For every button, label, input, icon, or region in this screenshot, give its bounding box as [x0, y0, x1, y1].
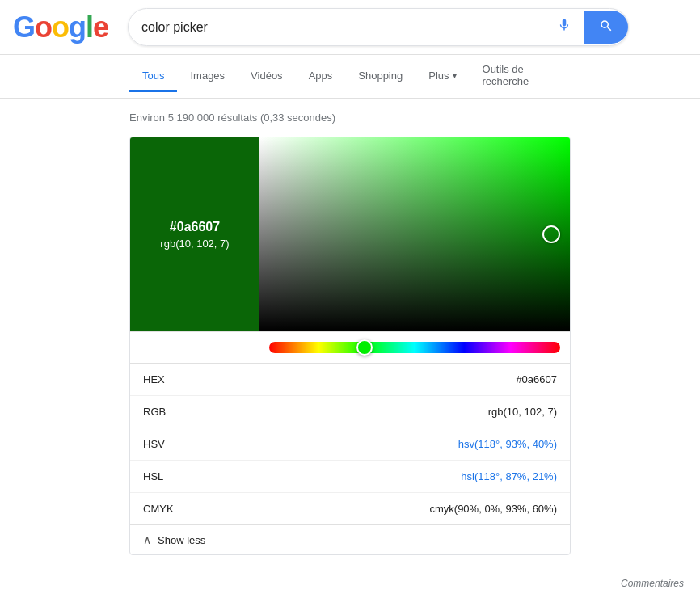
results-count: Environ 5 190 000 résultats (0,33 second… [129, 105, 571, 137]
hue-slider-track[interactable] [269, 342, 560, 353]
show-less-arrow-icon: ∧ [143, 533, 151, 546]
show-less-button[interactable]: ∧ Show less [130, 524, 570, 554]
logo-g2: g [69, 11, 86, 44]
color-row-hsv: HSV hsv(118°, 93%, 40%) [130, 428, 570, 461]
header: G o o g l e color picker [0, 0, 700, 55]
tab-shopping[interactable]: Shopping [345, 61, 415, 92]
hsl-value: hsl(118°, 87%, 21%) [461, 470, 557, 482]
tab-plus[interactable]: Plus ▾ [415, 61, 469, 92]
color-preview: #0a6607 rgb(10, 102, 7) [130, 137, 259, 331]
hue-slider-area [130, 331, 570, 363]
hex-label: HEX [143, 373, 165, 385]
picker-top: #0a6607 rgb(10, 102, 7) [130, 137, 570, 331]
tab-videos[interactable]: Vidéos [238, 61, 296, 92]
cmyk-value: cmyk(90%, 0%, 93%, 60%) [429, 503, 557, 515]
rgb-label: RGB [143, 406, 166, 418]
show-less-label: Show less [158, 534, 205, 546]
results-area: Environ 5 190 000 résultats (0,33 second… [0, 99, 700, 575]
logo-o2: o [52, 11, 69, 44]
rgb-value: rgb(10, 102, 7) [488, 406, 557, 418]
logo-e: e [93, 11, 108, 44]
gradient-canvas[interactable] [259, 137, 570, 331]
nav-tabs: Tous Images Vidéos Apps Shopping Plus ▾ … [0, 55, 700, 99]
tab-tous[interactable]: Tous [129, 61, 177, 92]
cmyk-label: CMYK [143, 503, 174, 515]
hsv-label: HSV [143, 438, 165, 450]
mic-icon[interactable] [557, 15, 571, 39]
hue-thumb[interactable] [356, 339, 373, 356]
search-input[interactable]: color picker [141, 20, 557, 35]
logo-l: l [86, 11, 93, 44]
color-rgb-display: rgb(10, 102, 7) [160, 238, 229, 250]
color-row-hsl: HSL hsl(118°, 87%, 21%) [130, 461, 570, 493]
tab-apps[interactable]: Apps [296, 61, 346, 92]
search-bar: color picker [128, 8, 629, 46]
hsv-value: hsv(118°, 93%, 40%) [458, 438, 557, 450]
plus-dropdown-arrow: ▾ [453, 71, 457, 80]
hsl-label: HSL [143, 470, 163, 482]
hex-value: #0a6607 [516, 373, 557, 385]
tab-images[interactable]: Images [177, 61, 238, 92]
color-row-rgb: RGB rgb(10, 102, 7) [130, 396, 570, 428]
color-hex-display: #0a6607 [170, 220, 220, 234]
logo-o1: o [35, 11, 52, 44]
color-row-hex: HEX #0a6607 [130, 364, 570, 396]
google-logo[interactable]: G o o g l e [13, 11, 108, 44]
color-row-cmyk: CMYK cmyk(90%, 0%, 93%, 60%) [130, 493, 570, 524]
logo-g: G [13, 11, 35, 44]
color-picker-widget: #0a6607 rgb(10, 102, 7) HEX #0a6607 RGB … [129, 137, 571, 555]
search-button[interactable] [584, 11, 628, 44]
gradient-cursor[interactable] [542, 225, 560, 243]
color-values-table: HEX #0a6607 RGB rgb(10, 102, 7) HSV hsv(… [130, 363, 570, 524]
tab-outils[interactable]: Outils de recherche [470, 55, 571, 98]
footer-commentaires[interactable]: Commentaires [0, 575, 700, 592]
